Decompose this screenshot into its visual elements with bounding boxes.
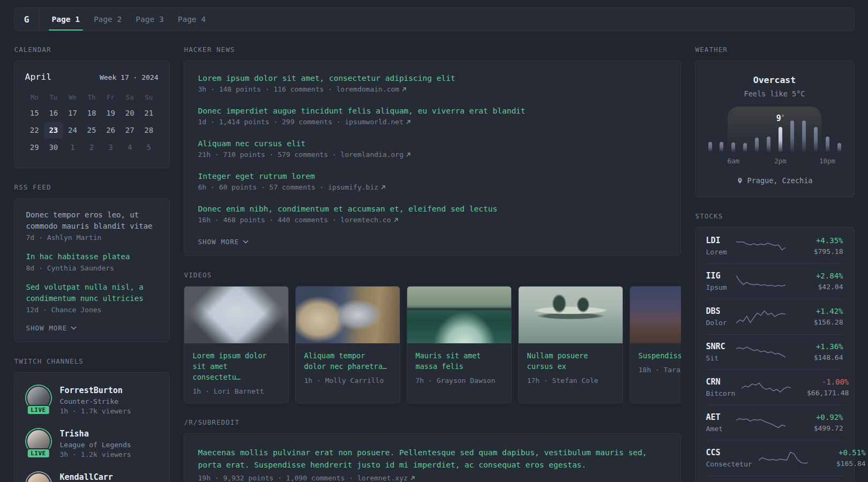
calendar-day[interactable]: 18 xyxy=(82,105,101,122)
video-title[interactable]: Suspendisse diam xyxy=(639,350,681,361)
rss-item-title[interactable]: Donec tempor eros leo, ut commodo mauris… xyxy=(26,209,158,232)
calendar-day[interactable]: 24 xyxy=(63,122,83,139)
calendar-day[interactable]: 1 xyxy=(63,139,83,156)
hacker-news-item-title[interactable]: Aliquam nec cursus elit xyxy=(198,139,306,148)
hacker-news-item-title[interactable]: Donec imperdiet augue tincidunt felis al… xyxy=(198,107,526,115)
calendar-day[interactable]: 26 xyxy=(101,122,121,139)
calendar-day[interactable]: 25 xyxy=(82,122,101,139)
video-thumbnail[interactable] xyxy=(184,287,288,343)
hacker-news-section-label: HACKER NEWS xyxy=(184,46,681,54)
weather-bar xyxy=(708,142,712,152)
hacker-news-item-meta-text: 6h · 60 points · 57 comments · ipsumify.… xyxy=(198,183,379,191)
weather-feels-like: Feels like 5°C xyxy=(708,89,841,98)
stock-ticker: AET xyxy=(706,412,730,422)
page-tab[interactable]: Page 4 xyxy=(171,8,213,31)
calendar-day[interactable]: 2 xyxy=(82,139,101,156)
rss-item-title[interactable]: In hac habitasse platea xyxy=(26,251,130,262)
video-thumbnail[interactable] xyxy=(407,287,511,343)
calendar-day[interactable]: 16 xyxy=(44,105,63,122)
stock-sparkline xyxy=(736,413,785,432)
page-tab-label: Page 3 xyxy=(136,15,163,24)
stock-row[interactable]: DBS Dolor +1.42% $156.28 xyxy=(706,299,843,334)
calendar-day[interactable]: 5 xyxy=(139,139,159,156)
hacker-news-item-title[interactable]: Integer eget rutrum lorem xyxy=(198,172,315,180)
stock-row[interactable]: IIG Ipsum +2.84% $42.04 xyxy=(706,263,843,299)
twitch-channel-row[interactable]: LIVE Trisha League of Legends 3h · 1.2k … xyxy=(26,429,158,458)
videos-section-label: VIDEOS xyxy=(184,271,681,279)
hacker-news-item-meta: 16h · 468 points · 440 comments · loremt… xyxy=(198,216,667,224)
twitch-channel-meta: 1h · 1.7k viewers xyxy=(60,407,131,415)
hacker-news-item-title[interactable]: Lorem ipsum dolor sit amet, consectetur … xyxy=(198,74,455,82)
video-card[interactable]: Nullam posuere cursus ex 17h · Stefan Co… xyxy=(518,286,623,403)
video-card[interactable]: Aliquam tempor dolor nec pharetra… 1h · … xyxy=(295,286,400,403)
calendar-day[interactable]: 29 xyxy=(25,139,44,156)
video-title[interactable]: Lorem ipsum dolor sit amet consectetu… xyxy=(193,350,280,382)
hacker-news-show-more-button[interactable]: SHOW MORE xyxy=(198,238,249,246)
calendar-day[interactable]: 4 xyxy=(120,139,139,156)
calendar-weekday-label: We xyxy=(63,91,83,104)
stock-ticker: DBS xyxy=(706,306,730,316)
calendar-day[interactable]: 3 xyxy=(101,139,121,156)
page-tabs: Page 1 Page 2 Page 3 Page 4 xyxy=(40,8,213,31)
videos-row: Lorem ipsum dolor sit amet consectetu… 1… xyxy=(184,286,681,403)
external-link-icon xyxy=(401,87,407,92)
video-thumbnail[interactable] xyxy=(519,287,623,343)
stock-price: $165.84 xyxy=(814,460,866,468)
rss-item-meta: 12d · Chance Jones xyxy=(26,306,158,314)
calendar-day[interactable]: 28 xyxy=(139,122,159,139)
video-thumbnail[interactable] xyxy=(630,287,681,343)
video-card[interactable]: Mauris sit amet massa felis 7h · Grayson… xyxy=(407,286,512,403)
twitch-channel-game: League of Legends xyxy=(60,441,131,449)
stock-ticker: CRN xyxy=(706,377,736,387)
twitch-channel-row[interactable]: LIVE ForrestBurton Counter-Strike 1h · 1… xyxy=(26,386,158,415)
weather-widget: WEATHER Overcast Feels like 5°C 9° 6am2p… xyxy=(695,46,855,197)
calendar-day[interactable]: 15 xyxy=(25,105,44,122)
video-title[interactable]: Mauris sit amet massa felis xyxy=(416,350,503,372)
calendar-week-year-label: Week 17 · 2024 xyxy=(100,73,159,81)
stock-change: +4.35% xyxy=(792,236,843,245)
stock-row[interactable]: SNRC Sit +1.36% $148.64 xyxy=(706,334,843,370)
stock-row[interactable]: AHS +0.46% xyxy=(706,476,843,482)
calendar-day[interactable]: 30 xyxy=(44,139,63,156)
stock-row[interactable]: AET Amet +0.92% $499.72 xyxy=(706,405,843,440)
calendar-day[interactable]: 27 xyxy=(120,122,139,139)
video-card[interactable]: Suspendisse diam 18h · Tara xyxy=(630,286,681,403)
calendar-day[interactable]: 22 xyxy=(25,122,44,139)
subreddit-post-meta-text: 19h · 9,932 points · 1,090 comments · lo… xyxy=(198,474,408,482)
stock-row[interactable]: LDI Lorem +4.35% $795.18 xyxy=(706,229,843,263)
weather-bar xyxy=(837,143,841,152)
calendar-weekday-label: Mo xyxy=(25,91,44,104)
stock-name: Ipsum xyxy=(706,283,730,291)
page-tab[interactable]: Page 3 xyxy=(129,8,170,31)
calendar-day[interactable]: 21 xyxy=(139,105,159,122)
subreddit-section-label: /R/SUBREDDIT xyxy=(184,418,681,426)
hacker-news-item: Lorem ipsum dolor sit amet, consectetur … xyxy=(198,74,667,93)
twitch-channel-row[interactable]: KendallCarr xyxy=(26,472,158,482)
stock-price: $66,171.48 xyxy=(797,389,849,397)
hacker-news-item: Integer eget rutrum lorem 6h · 60 points… xyxy=(198,172,667,191)
hacker-news-item-title[interactable]: Donec enim nibh, condimentum et accumsan… xyxy=(198,205,498,213)
video-card[interactable]: Lorem ipsum dolor sit amet consectetu… 1… xyxy=(184,286,289,403)
page-tab[interactable]: Page 2 xyxy=(87,8,129,31)
subreddit-post-title[interactable]: Maecenas mollis pulvinar erat non posuer… xyxy=(198,447,667,471)
weather-bar xyxy=(731,142,735,152)
video-title[interactable]: Nullam posuere cursus ex xyxy=(527,350,614,372)
stock-row[interactable]: CCS Consectetur +0.51% $165.84 xyxy=(706,440,843,476)
calendar-day[interactable]: 19 xyxy=(101,105,121,122)
external-link-icon xyxy=(410,476,415,481)
stock-row[interactable]: CRN Bitcorn -1.00% $66,171.48 xyxy=(706,370,843,405)
calendar-day[interactable]: 20 xyxy=(120,105,139,122)
stock-sparkline xyxy=(736,307,785,326)
rss-item-title[interactable]: Sed volutpat nulla nisl, a condimentum n… xyxy=(26,282,158,304)
video-thumbnail[interactable] xyxy=(296,287,400,343)
weather-time-label: 6am xyxy=(728,157,740,165)
calendar-day[interactable]: 17 xyxy=(63,105,83,122)
subreddit-widget: /R/SUBREDDIT Maecenas mollis pulvinar er… xyxy=(184,418,681,482)
stock-name: Consectetur xyxy=(706,460,752,468)
rss-show-more-button[interactable]: SHOW MORE xyxy=(26,324,77,332)
page-tab[interactable]: Page 1 xyxy=(45,8,87,31)
video-title[interactable]: Aliquam tempor dolor nec pharetra… xyxy=(304,350,391,372)
calendar-day[interactable]: 23 xyxy=(44,122,63,139)
weather-time-label: 10pm xyxy=(819,157,835,165)
stock-id: IIG Ipsum xyxy=(706,271,730,291)
